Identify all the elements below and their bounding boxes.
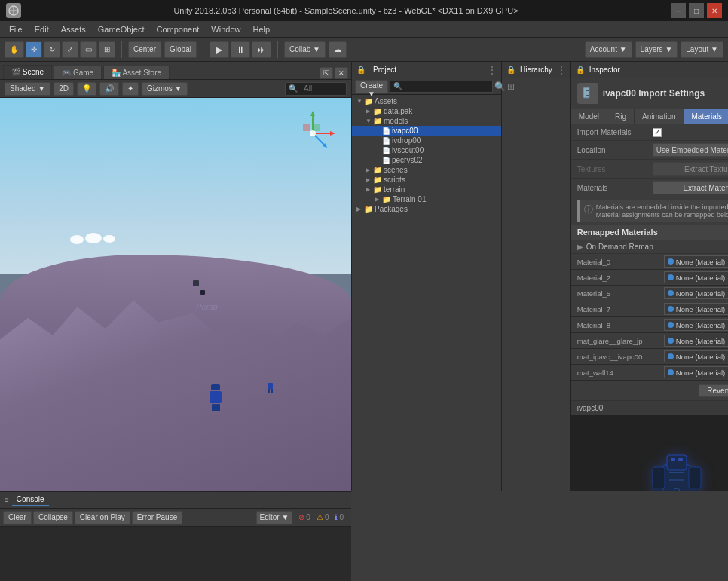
move-tool-button[interactable]: ✛ bbox=[26, 41, 42, 58]
menu-item-help[interactable]: Help bbox=[246, 23, 276, 35]
material-dot-icon bbox=[668, 322, 674, 328]
inspector-title-text: ivapc00 Import Settings bbox=[603, 88, 705, 99]
material-dot-icon bbox=[668, 274, 674, 280]
layers-button[interactable]: Layers ▼ bbox=[635, 41, 678, 58]
clear-on-play-button[interactable]: Clear on Play bbox=[75, 511, 130, 524]
folder-icon: 📁 bbox=[382, 195, 391, 203]
svg-rect-18 bbox=[653, 467, 665, 488]
remap-row-5: mat_glare__glare_jpNone (Material)○ bbox=[571, 333, 728, 349]
collapse-button[interactable]: Collapse bbox=[33, 511, 73, 524]
pause-button[interactable]: ⏸ bbox=[231, 41, 250, 58]
console-tab[interactable]: Console bbox=[12, 494, 49, 506]
top-right: 🔒 Project ⋮ Create ▼ 🔍 ⊞ ▼📁Assets▶📁data.… bbox=[351, 62, 728, 491]
cloud-button[interactable]: ☁ bbox=[329, 41, 347, 58]
inspector-header: 🔒 Inspector ⋮ bbox=[571, 62, 728, 78]
scene-view[interactable]: Persp bbox=[0, 98, 351, 491]
none-material-button[interactable]: None (Material) bbox=[664, 287, 728, 299]
menu-item-window[interactable]: Window bbox=[205, 23, 246, 35]
menu-item-gameobject[interactable]: GameObject bbox=[92, 23, 151, 35]
multi-tool-button[interactable]: ⊞ bbox=[99, 41, 115, 58]
tree-item-ivapc00[interactable]: 📄ivapc00 bbox=[352, 126, 501, 136]
editor-dropdown[interactable]: Editor ▼ bbox=[256, 511, 293, 524]
none-material-button[interactable]: None (Material) bbox=[664, 255, 728, 268]
create-button[interactable]: Create ▼ bbox=[355, 80, 388, 93]
inspector-lock-icon: 🔒 bbox=[576, 66, 585, 74]
hierarchy-options-button[interactable]: ⋮ bbox=[557, 65, 566, 75]
menu-item-edit[interactable]: Edit bbox=[29, 23, 55, 35]
layout-button[interactable]: Layout ▼ bbox=[681, 41, 723, 58]
hand-tool-button[interactable]: ✋ bbox=[5, 41, 24, 58]
maximize-button[interactable]: □ bbox=[689, 3, 704, 18]
tree-item-data.pak[interactable]: ▶📁data.pak bbox=[352, 106, 501, 116]
model-tab[interactable]: Model bbox=[571, 109, 607, 124]
minimize-button[interactable]: ─ bbox=[671, 3, 686, 18]
none-material-button[interactable]: None (Material) bbox=[664, 350, 728, 362]
none-material-button[interactable]: None (Material) bbox=[664, 271, 728, 283]
scale-tool-button[interactable]: ⤢ bbox=[62, 41, 78, 58]
tree-item-ivscout00[interactable]: 📄ivscout00 bbox=[352, 145, 501, 155]
location-dropdown[interactable]: Use Embedded Material▾ bbox=[653, 143, 728, 157]
inspector-title-bar: ivapc00 Import Settings Open bbox=[571, 78, 728, 109]
tree-item-models[interactable]: ▼📁models bbox=[352, 116, 501, 126]
asset-store-tab[interactable]: 🏪 Asset Store bbox=[103, 66, 170, 79]
tree-item-scenes[interactable]: ▶📁scenes bbox=[352, 165, 501, 175]
on-demand-remap[interactable]: ▶ On Demand Remap bbox=[571, 240, 728, 254]
account-button[interactable]: Account ▼ bbox=[585, 41, 632, 58]
maximize-view-button[interactable]: ⇱ bbox=[320, 67, 333, 79]
import-materials-checkbox[interactable]: ✓ bbox=[653, 128, 662, 137]
robot-figure bbox=[210, 384, 222, 411]
game-tab[interactable]: 🎮 Game bbox=[54, 66, 102, 79]
tree-item-scripts[interactable]: ▶📁scripts bbox=[352, 175, 501, 185]
revert-button[interactable]: Revert bbox=[699, 384, 728, 397]
extract-textures-button[interactable]: Extract Textures... bbox=[653, 162, 728, 176]
distant-figure-2 bbox=[200, 290, 205, 295]
play-button[interactable]: ▶ bbox=[210, 41, 229, 58]
step-button[interactable]: ⏭ bbox=[252, 41, 271, 58]
lights-button[interactable]: 💡 bbox=[77, 82, 96, 96]
hierarchy-tab[interactable]: Hierarchy bbox=[515, 64, 557, 75]
clear-button[interactable]: Clear bbox=[3, 511, 32, 524]
audio-button[interactable]: 🔊 bbox=[99, 82, 119, 96]
scene-tab[interactable]: 🎬 Scene bbox=[3, 65, 52, 79]
none-material-button[interactable]: None (Material) bbox=[664, 303, 728, 315]
project-options-button[interactable]: ⋮ bbox=[488, 65, 497, 75]
tree-item-assets[interactable]: ▼📁Assets bbox=[352, 96, 501, 106]
project-search-input[interactable] bbox=[390, 81, 493, 93]
none-material-button[interactable]: None (Material) bbox=[664, 366, 728, 378]
animation-tab[interactable]: Animation bbox=[635, 109, 684, 124]
project-tab[interactable]: Project bbox=[369, 64, 401, 75]
menu-item-component[interactable]: Component bbox=[150, 23, 205, 35]
rect-tool-button[interactable]: ▭ bbox=[80, 41, 97, 58]
materials-tab[interactable]: Materials bbox=[684, 109, 728, 124]
tree-item-terrain-01[interactable]: ▶📁Terrain 01 bbox=[352, 194, 501, 204]
close-view-button[interactable]: ✕ bbox=[335, 67, 348, 79]
shaded-dropdown[interactable]: Shaded ▼ bbox=[5, 82, 50, 96]
scene-search-input[interactable] bbox=[301, 83, 346, 95]
none-material-text: None (Material) bbox=[676, 368, 725, 377]
close-button[interactable]: ✕ bbox=[707, 3, 722, 18]
inspector-tab[interactable]: Inspector bbox=[585, 64, 625, 75]
tree-item-packages[interactable]: ▶📁Packages bbox=[352, 204, 501, 214]
tree-item-label: scripts bbox=[384, 176, 405, 184]
menu-item-file[interactable]: File bbox=[3, 23, 29, 35]
tree-item-terrain[interactable]: ▶📁terrain bbox=[352, 185, 501, 194]
extract-materials-button[interactable]: Extract Materials... bbox=[653, 181, 728, 194]
rotate-tool-button[interactable]: ↻ bbox=[44, 41, 60, 58]
collab-button[interactable]: Collab ▼ bbox=[284, 41, 326, 58]
svg-rect-19 bbox=[689, 467, 701, 488]
gizmos-button[interactable]: Gizmos ▼ bbox=[142, 82, 188, 96]
none-material-button[interactable]: None (Material) bbox=[664, 335, 728, 347]
rig-tab[interactable]: Rig bbox=[607, 109, 635, 124]
none-material-button[interactable]: None (Material) bbox=[664, 319, 728, 331]
error-badge: ⊘ 0 bbox=[298, 513, 310, 521]
tree-item-ivdrop00[interactable]: 📄ivdrop00 bbox=[352, 136, 501, 145]
menu-item-assets[interactable]: Assets bbox=[55, 23, 92, 35]
2d-button[interactable]: 2D bbox=[54, 82, 74, 96]
center-button[interactable]: Center bbox=[128, 41, 161, 58]
effects-button[interactable]: ✦ bbox=[122, 82, 139, 96]
tree-item-label: scenes bbox=[384, 166, 408, 174]
global-button[interactable]: Global bbox=[164, 41, 197, 58]
tree-item-pecrys02[interactable]: 📄pecrys02 bbox=[352, 155, 501, 165]
console-header: ≡ Console bbox=[0, 492, 351, 509]
error-pause-button[interactable]: Error Pause bbox=[132, 511, 182, 524]
